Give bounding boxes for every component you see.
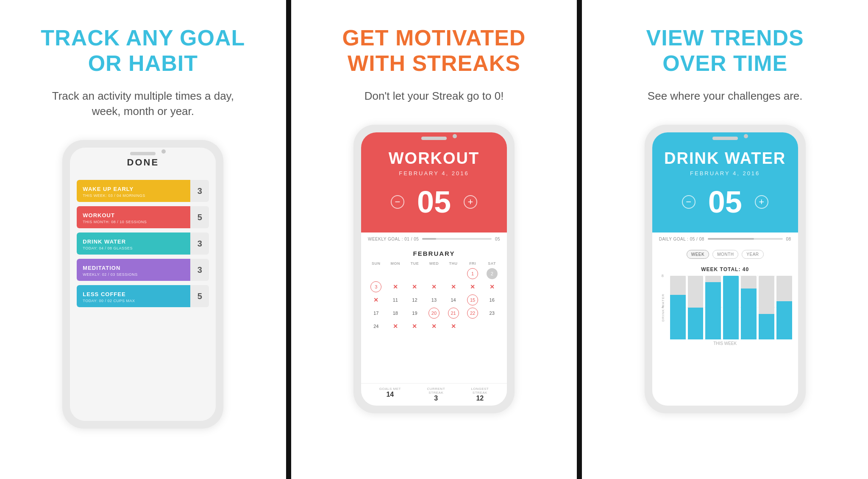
cal-day-20: 20 [425,307,443,319]
bar-gray-7 [776,276,792,301]
bar-group-2 [688,276,704,339]
cal-day-23: 23 [483,307,501,319]
calendar-month: FEBRUARY [367,250,501,257]
bar-chart [670,276,792,339]
bar-teal-1 [670,295,686,339]
cal-day-24: 24 [367,320,385,332]
goal-sub-meditation: WEEKLY: 02 / 03 SESSIONS [83,272,184,277]
bar-teal-4 [723,276,739,339]
phone-speaker-3 [712,137,738,140]
cal-day-10: ✕ [367,294,385,306]
goal-name-coffee: LESS COFFEE [83,291,184,297]
y-axis: DRINK WATER [658,276,668,339]
cal-day-3: 3 [367,281,385,293]
goal-label-wake: WAKE UP EARLY THIS WEEK: 03 / 04 MORNING… [77,180,190,202]
calendar-section: FEBRUARY SUN MON TUE WED THU FRI SAT [361,246,507,383]
drinkwater-date: FEBRUARY 4, 2016 [661,170,790,176]
dw-decrement-button[interactable]: − [682,195,696,209]
cal-header-fri: FRI [464,261,482,266]
divider-1 [286,0,291,479]
phone-speaker-2 [421,137,447,140]
cal-day-empty [444,268,462,280]
cal-header-sat: SAT [483,261,501,266]
tab-month[interactable]: MONTH [712,250,738,259]
cal-day-empty [367,333,385,345]
cal-header-thu: THU [444,261,462,266]
cal-header-mon: MON [387,261,405,266]
cal-day-12: 12 [406,294,424,306]
workout-header: WORKOUT FEBRUARY 4, 2016 − 05 + [361,132,507,232]
weekly-goal-right: 05 [495,237,500,241]
cal-day-2: 2 [483,268,501,280]
cal-day-empty [406,268,424,280]
goal-count-water: 3 [190,239,209,249]
panel1-title: TRACK ANY GOAL OR HABIT [41,25,245,76]
goal-label-workout: WORKOUT THIS MONTH: 08 / 10 SESSIONS [77,206,190,228]
dw-increment-button[interactable]: + [755,195,768,209]
bar-group-7 [776,276,792,339]
goal-item-coffee: LESS COFFEE TODAY: 00 / 02 CUPS MAX 5 [77,285,209,307]
cal-day-19: 19 [406,307,424,319]
bar-group-4 [723,276,739,339]
cal-day-9: ✕ [483,281,501,293]
cal-header-tue: TUE [406,261,424,266]
goal-name-wake: WAKE UP EARLY [83,186,184,192]
cal-day-1: 1 [464,268,482,280]
workout-title-text: WORKOUT [370,149,498,168]
y-axis-label: DRINK WATER [661,294,665,322]
dw-progress-fill [708,238,754,240]
divider-2 [577,0,582,479]
cal-day-25: ✕ [387,320,405,332]
decrement-button[interactable]: − [391,195,404,209]
dw-progress-track [708,238,783,240]
cal-day-16: 16 [483,294,501,306]
phone-mockup-1: DONE WAKE UP EARLY THIS WEEK: 03 / 04 MO… [62,140,223,429]
goal-name-meditation: MEDITATION [83,265,184,271]
tab-week[interactable]: WEEK [687,250,709,259]
cal-day-empty [367,268,385,280]
goal-name-workout: WORKOUT [83,212,184,218]
goal-sub-coffee: TODAY: 00 / 02 CUPS MAX [83,299,184,303]
cal-day-empty [483,320,501,332]
goal-count-meditation: 3 [190,265,209,275]
goal-list: WAKE UP EARLY THIS WEEK: 03 / 04 MORNING… [70,175,216,421]
goal-item-meditation: MEDITATION WEEKLY: 02 / 03 SESSIONS 3 [77,259,209,281]
cal-header-sun: SUN [367,261,385,266]
phone-speaker-1 [130,152,156,155]
cal-day-27: ✕ [425,320,443,332]
panel2-subtitle: Don't let your Streak go to 0! [364,88,504,104]
calendar-grid: SUN MON TUE WED THU FRI SAT 1 2 3 [367,261,501,345]
bar-teal-6 [759,314,774,339]
progress-fill [422,238,436,240]
cal-day-4: ✕ [387,281,405,293]
cal-day-7: ✕ [444,281,462,293]
cal-day-22: 22 [464,307,482,319]
bar-group-5 [741,276,757,339]
panel2-title: GET MOTIVATED WITH STREAKS [342,25,526,76]
increment-button[interactable]: + [464,195,477,209]
cal-day-14: 14 [444,294,462,306]
goal-label-water: DRINK WATER TODAY: 04 / 08 GLASSES [77,232,190,255]
stat-longest-streak-label: LONGESTSTREAK [471,387,489,395]
cal-day-15: 15 [464,294,482,306]
streak-stats: GOALS MET 14 CURRENTSTREAK 3 LONGESTSTRE… [361,383,507,406]
bar-teal-3 [705,282,721,339]
drinkwater-count: 05 [708,187,742,217]
workout-counter: − 05 + [370,187,498,217]
weekly-goal-label: WEEKLY GOAL : 01 / 05 [368,237,419,241]
stat-current-streak-value: 3 [427,395,445,402]
panel-trends: VIEW TRENDS OVER TIME See where your cha… [582,0,868,479]
phone-mockup-3: DRINK WATER FEBRUARY 4, 2016 − 05 + DAIL… [645,125,806,413]
trends-tabs: WEEK MONTH YEAR [652,246,798,263]
stat-current-streak-label: CURRENTSTREAK [427,387,445,395]
panel-streaks: GET MOTIVATED WITH STREAKS Don't let you… [291,0,577,479]
stat-longest-streak-value: 12 [471,395,489,402]
bar-teal-5 [741,289,757,339]
tab-year[interactable]: YEAR [742,250,763,259]
drinkwater-title-text: DRINK WATER [661,149,790,168]
phone-mockup-2: WORKOUT FEBRUARY 4, 2016 − 05 + WEEKLY G… [353,125,515,413]
cal-day-18: 18 [387,307,405,319]
phone-camera-3 [744,134,748,138]
cal-day-8: ✕ [464,281,482,293]
stat-goals-met-value: 14 [379,391,401,398]
